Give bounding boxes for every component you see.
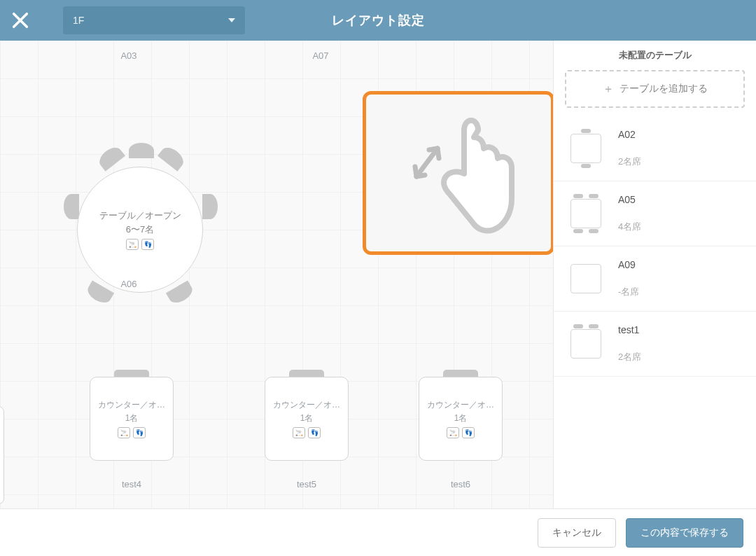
smoking-icon: 🚬 (293, 427, 305, 438)
item-name: test1 (618, 324, 641, 335)
seat-icon (129, 143, 154, 158)
table-counter-test6[interactable]: カウンター／オ… 1名 🚬👣 test6 (419, 370, 503, 489)
close-button[interactable] (0, 0, 41, 41)
footprint-icon: 👣 (308, 427, 321, 438)
seat-icon (64, 194, 79, 219)
footprint-icon: 👣 (462, 427, 475, 438)
table-body: テーブル／オープン 6〜7名 🚬 👣 (77, 167, 203, 293)
table-capacity: 1名 (97, 412, 167, 424)
drag-gesture-icon (388, 106, 528, 239)
table-label-a06: A06 (87, 279, 171, 289)
table-feature-icons: 🚬 👣 (126, 239, 154, 250)
seat-icon (202, 194, 218, 219)
item-name: A09 (618, 259, 639, 270)
item-capacity: 2名席 (618, 351, 641, 363)
plus-icon: ＋ (603, 82, 614, 97)
table-thumb (566, 194, 606, 233)
unplaced-item-a05[interactable]: A05 4名席 (554, 181, 756, 246)
table-type: カウンター／オ… (272, 399, 342, 411)
chevron-down-icon (228, 18, 235, 22)
table-type: カウンター／オ… (426, 399, 496, 411)
unplaced-title: 未配置のテーブル (554, 41, 756, 70)
floor-select-label: 1F (73, 15, 84, 26)
smoking-icon: 🚬 (126, 239, 139, 250)
unplaced-panel: 未配置のテーブル ＋ テーブルを追加する A02 2名席 (553, 41, 756, 508)
smoking-icon: 🚬 (118, 427, 130, 438)
header-bar: 1F レイアウト設定 (0, 0, 756, 41)
table-label: test5 (265, 479, 349, 489)
unplaced-item-a02[interactable]: A02 2名席 (554, 116, 756, 181)
table-thumb (566, 129, 606, 168)
table-type: カウンター／オ… (97, 399, 167, 411)
table-type: テーブル／オープン (99, 209, 181, 222)
floor-select[interactable]: 1F (63, 6, 245, 34)
footprint-icon: 👣 (141, 239, 154, 250)
seat-icon (114, 370, 149, 377)
table-label: test6 (419, 479, 503, 489)
item-name: A02 (618, 129, 641, 140)
table-thumb (566, 324, 606, 363)
seat-icon (96, 144, 125, 172)
item-capacity: -名席 (618, 286, 639, 298)
seat-icon (443, 370, 478, 377)
item-capacity: 4名席 (618, 221, 641, 233)
table-label: test4 (90, 479, 174, 489)
table-capacity: 1名 (272, 412, 342, 424)
add-table-button[interactable]: ＋ テーブルを追加する (565, 70, 745, 108)
layout-canvas[interactable]: A03 A07 テーブル／オープン 6〜7名 🚬 👣 A06 (0, 41, 553, 508)
add-table-label: テーブルを追加する (620, 83, 708, 95)
unplaced-item-a09[interactable]: A09 -名席 (554, 246, 756, 312)
table-label-a03: A03 (87, 50, 171, 61)
table-counter-test4[interactable]: カウンター／オ… 1名 🚬👣 test4 (90, 370, 174, 489)
seat-icon (158, 144, 187, 172)
footprint-icon: 👣 (133, 427, 146, 438)
save-button[interactable]: この内容で保存する (626, 518, 743, 548)
table-label-a07: A07 (279, 50, 363, 61)
cancel-button[interactable]: キャンセル (538, 518, 616, 548)
drag-hint-overlay (363, 91, 553, 255)
item-capacity: 2名席 (618, 155, 641, 168)
item-name: A05 (618, 194, 641, 205)
page-title: レイアウト設定 (332, 12, 425, 29)
smoking-icon: 🚬 (447, 427, 459, 438)
close-icon (10, 11, 30, 30)
table-thumb (566, 259, 606, 298)
table-capacity: 6〜7名 (126, 223, 154, 236)
footer-bar: キャンセル この内容で保存する (0, 508, 756, 556)
table-counter-test5[interactable]: カウンター／オ… 1名 🚬👣 test5 (265, 370, 349, 489)
table-capacity: 1名 (426, 412, 496, 424)
seat-icon (289, 370, 324, 377)
unplaced-item-test1[interactable]: test1 2名席 (554, 312, 756, 377)
table-clipped[interactable] (0, 406, 4, 504)
